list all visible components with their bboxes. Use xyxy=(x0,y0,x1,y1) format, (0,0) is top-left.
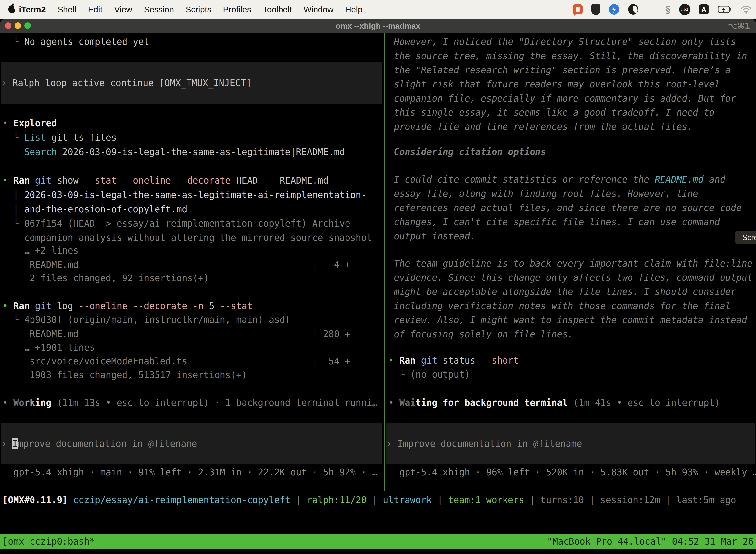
tmux-pane-right[interactable]: › Improve documentation in @filename gpt… xyxy=(386,33,756,493)
text-segment: slight risk that future readers may over… xyxy=(388,79,720,90)
text-segment: Ralph loop active continue [OMX_TMUX_INJ… xyxy=(12,78,252,88)
terminal-line: README.md | 280 + xyxy=(2,327,350,341)
text-segment: status xyxy=(437,355,481,366)
text-segment: rk xyxy=(24,397,35,408)
terminal-line: └ 4b9d30f (origin/main, instructkr/main,… xyxy=(2,313,291,327)
text-segment: team:1 workers xyxy=(448,495,524,505)
bolt-circle-icon[interactable] xyxy=(609,4,619,15)
menu-item-window[interactable]: Window xyxy=(304,5,334,14)
text-cursor: I xyxy=(12,438,18,449)
text-segment: ing xyxy=(35,397,51,408)
menu-item-toolbelt[interactable]: Toolbelt xyxy=(263,5,292,14)
window-title: omx --xhigh --madmax xyxy=(0,19,756,33)
ralph-loop-box: › Ralph loop active continue [OMX_TMUX_I… xyxy=(1,62,382,104)
text-segment: • xyxy=(388,397,399,408)
text-segment: --stat --oneline --decorate xyxy=(84,175,231,186)
screen-overlay-button[interactable]: Scre xyxy=(735,231,756,244)
text-segment: | xyxy=(291,495,307,505)
terminal-line: README.md | 4 + xyxy=(2,258,350,272)
text-segment: README.md | 4 + xyxy=(2,259,350,270)
text-segment: › xyxy=(386,438,397,449)
iterm2-window: omx --xhigh --madmax ⌥⌘1 › Ralph loop ac… xyxy=(0,19,756,554)
terminal-area: › Ralph loop active continue [OMX_TMUX_I… xyxy=(0,33,756,554)
text-segment: List xyxy=(24,132,46,143)
shield-grid-icon[interactable] xyxy=(591,4,600,15)
text-segment: └ xyxy=(2,315,24,325)
text-segment: companion analysis without altering the … xyxy=(2,232,372,243)
menu-item-profiles[interactable]: Profiles xyxy=(223,5,251,14)
right-prompt-input[interactable]: › Improve documentation in @filename xyxy=(386,424,755,464)
text-segment: last:5m ago xyxy=(676,495,736,505)
dots-grid-icon[interactable] xyxy=(647,5,657,14)
text-segment: output instead. xyxy=(388,231,476,241)
text-segment: Explored xyxy=(13,118,57,128)
tmux-pane-left[interactable]: › Ralph loop active continue [OMX_TMUX_I… xyxy=(0,33,384,493)
text-segment: Wo xyxy=(13,397,24,408)
text-segment xyxy=(68,495,73,505)
pane-divider[interactable] xyxy=(384,33,385,491)
pac-circle-icon[interactable] xyxy=(628,4,638,15)
window-title-bar[interactable]: omx --xhigh --madmax ⌥⌘1 xyxy=(0,19,756,33)
text-segment: 5 xyxy=(204,300,220,311)
tmux-status-bar: [omx-cczip0:bash* "MacBook-Pro-44.local"… xyxy=(0,534,756,549)
a-badge-icon[interactable]: A xyxy=(699,4,709,14)
terminal-line: 1903 files changed, 513517 insertions(+) xyxy=(2,368,247,382)
terminal-line: │ and-the-erosion-of-copyleft.md xyxy=(2,202,187,216)
menu-bar-status-icons: § ..61 A xyxy=(573,4,752,15)
menu-item-help[interactable]: Help xyxy=(345,5,363,14)
terminal-line: I could cite commit statistics or refere… xyxy=(388,172,725,187)
left-prompt-input[interactable]: › Improve documentation in @filename xyxy=(1,424,382,464)
text-segment: git xyxy=(35,300,51,311)
text-segment xyxy=(416,355,421,366)
menu-item-edit[interactable]: Edit xyxy=(88,5,103,14)
apple-menu-icon[interactable] xyxy=(8,5,15,13)
text-segment: › xyxy=(1,438,12,449)
wifi-icon[interactable] xyxy=(741,5,752,14)
menu-item-shell[interactable]: Shell xyxy=(58,5,76,14)
terminal-line: the "Related research writing" section i… xyxy=(388,63,731,77)
text-segment: ting for background terminal xyxy=(416,397,568,408)
left-status-line: gpt-5.4 xhigh · main · 91% left · 2.31M … xyxy=(2,465,378,479)
chat-app-icon[interactable] xyxy=(573,4,583,14)
text-segment xyxy=(30,300,35,311)
text-segment: … +2 lines xyxy=(2,245,79,256)
terminal-line: Search 2026-03-09-is-legal-the-same-as-l… xyxy=(2,145,345,159)
text-segment: (1m 41s • esc to interrupt) xyxy=(568,397,720,408)
text-segment: • xyxy=(2,118,13,128)
text-segment: README.md xyxy=(655,174,704,185)
text-segment: evidence. Since this change only affects… xyxy=(388,272,753,283)
text-segment: 2026-03-09-is-legal-the-same-as-legitima… xyxy=(24,189,367,200)
text-segment: I could cite commit statistics or refere… xyxy=(388,174,655,185)
menu-item-iterm2[interactable]: iTerm2 xyxy=(19,5,46,14)
text-segment: | xyxy=(367,495,383,505)
text-segment: references need actual files, and since … xyxy=(388,203,742,213)
text-segment: … +1901 lines xyxy=(2,342,95,353)
text-segment: (11m 13s • esc to interrupt) · 1 backgro… xyxy=(51,397,378,408)
text-segment: | xyxy=(524,495,541,505)
terminal-line: The team guideline is to back every impo… xyxy=(388,257,753,271)
battery-icon[interactable] xyxy=(717,6,732,13)
text-segment: README.md xyxy=(274,175,329,186)
text-segment: • xyxy=(2,300,13,311)
tmux-host-clock: "MacBook-Pro-44.local" 04:52 31-Mar-26 xyxy=(547,535,754,549)
text-segment: changes, I can't cite specific file line… xyxy=(388,217,720,227)
screen-overlay-label: Scre xyxy=(742,233,756,242)
text-segment: 2026-03-09-is-legal-the-same-as-legitima… xyxy=(57,147,345,157)
text-segment: ultrawork xyxy=(383,495,432,505)
text-segment: git xyxy=(35,175,51,186)
menu-items: iTerm2ShellEditViewSessionScriptsProfile… xyxy=(19,5,374,14)
terminal-line: └ 067f154 (HEAD -> essay/ai-reimplementa… xyxy=(2,216,350,231)
menu-item-view[interactable]: View xyxy=(114,5,132,14)
text-segment: src/voice/voiceModeEnabled.ts | 54 + xyxy=(2,356,350,367)
terminal-line: • Explored xyxy=(2,116,57,130)
badge-61-icon[interactable]: ..61 xyxy=(679,4,690,15)
section-hook-icon[interactable]: § xyxy=(666,4,671,15)
menu-item-scripts[interactable]: Scripts xyxy=(186,5,211,14)
text-segment: › xyxy=(1,78,12,88)
menu-item-session[interactable]: Session xyxy=(144,5,174,14)
text-segment: including verification notes with those … xyxy=(388,300,731,311)
chat-app-icon-inner xyxy=(576,7,580,12)
terminal-line: Considering citation options xyxy=(388,145,546,159)
terminal-line: companion file, especially if more comme… xyxy=(388,91,736,106)
text-segment: gpt-5.4 xhigh · main · 91% left · 2.31M … xyxy=(2,467,378,478)
